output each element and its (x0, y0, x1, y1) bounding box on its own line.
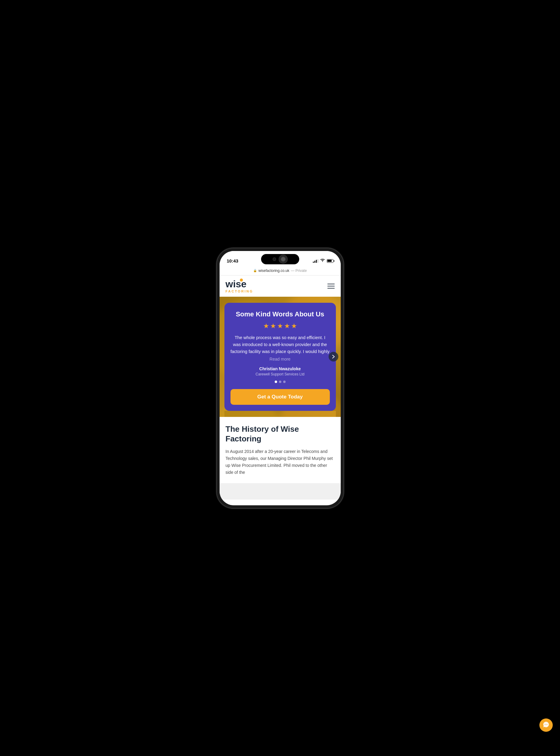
star-5: ★ (291, 322, 297, 330)
hamburger-line-3 (327, 288, 335, 288)
logo-dot (240, 279, 243, 282)
private-label: — Private (291, 269, 307, 273)
lock-icon: 🔒 (253, 269, 257, 272)
history-section: The History of Wise Factoring In August … (220, 417, 341, 483)
svg-point-0 (322, 261, 323, 262)
signal-bar-4 (317, 259, 318, 263)
star-rating: ★ ★ ★ ★ ★ (231, 322, 330, 330)
star-1: ★ (263, 322, 269, 330)
status-time: 10:43 (227, 258, 238, 263)
logo: wise FACTORING (226, 279, 254, 293)
logo-factoring: FACTORING (226, 289, 254, 293)
star-2: ★ (270, 322, 276, 330)
carousel-dots (231, 381, 330, 383)
history-text: In August 2014 after a 20-year career in… (226, 448, 335, 476)
hamburger-menu[interactable] (327, 284, 335, 288)
url-text: wisefactoring.co.uk (258, 269, 289, 273)
star-3: ★ (277, 322, 283, 330)
front-camera (273, 257, 276, 261)
logo-wise: wise (226, 279, 246, 289)
review-section-title: Some Kind Words About Us (231, 310, 330, 319)
status-bar: 10:43 (220, 251, 341, 267)
hero-section: Some Kind Words About Us ★ ★ ★ ★ ★ The w… (220, 297, 341, 417)
page-content[interactable]: wise FACTORING Some Kind Words About Us (220, 275, 341, 499)
hamburger-line-2 (327, 286, 335, 286)
nav-header: wise FACTORING (220, 275, 341, 297)
signal-icon (313, 259, 318, 263)
hamburger-line-1 (327, 284, 335, 284)
url-display: 🔒 wisefactoring.co.uk — Private (253, 269, 307, 273)
face-id-sensor (279, 254, 288, 264)
signal-bar-3 (316, 260, 317, 263)
star-4: ★ (284, 322, 290, 330)
dot-2[interactable] (279, 381, 281, 383)
dot-3[interactable] (283, 381, 286, 383)
phone-frame: 10:43 (217, 248, 344, 508)
address-bar[interactable]: 🔒 wisefactoring.co.uk — Private (220, 267, 341, 275)
reviewer-company: Carewell Support Services Ltd (231, 372, 330, 376)
status-icons (313, 259, 334, 263)
carousel-next-arrow[interactable] (328, 352, 338, 362)
signal-bar-1 (313, 262, 314, 263)
reviewer-name: Christian Nwazuloke (231, 366, 330, 371)
review-card: Some Kind Words About Us ★ ★ ★ ★ ★ The w… (224, 303, 336, 411)
notch (261, 254, 299, 264)
quote-button[interactable]: Get a Quote Today (231, 389, 330, 405)
battery-icon (327, 259, 334, 263)
phone-screen: 10:43 (220, 251, 341, 505)
signal-bar-2 (314, 261, 315, 263)
history-title: The History of Wise Factoring (226, 424, 335, 444)
dot-1[interactable] (275, 381, 277, 383)
wifi-icon (320, 259, 325, 263)
read-more-link[interactable]: Read more (231, 357, 330, 362)
review-body: The whole process was so easy and effici… (231, 334, 330, 355)
